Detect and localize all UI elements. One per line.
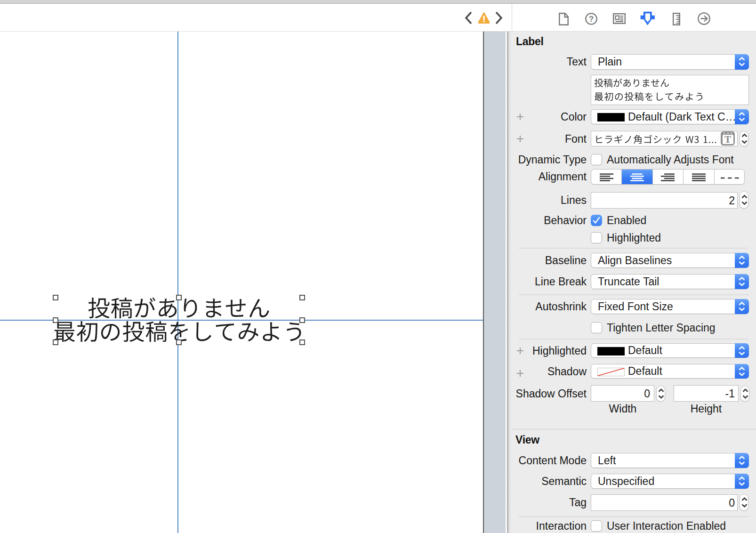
svg-text:?: ? (589, 15, 594, 24)
